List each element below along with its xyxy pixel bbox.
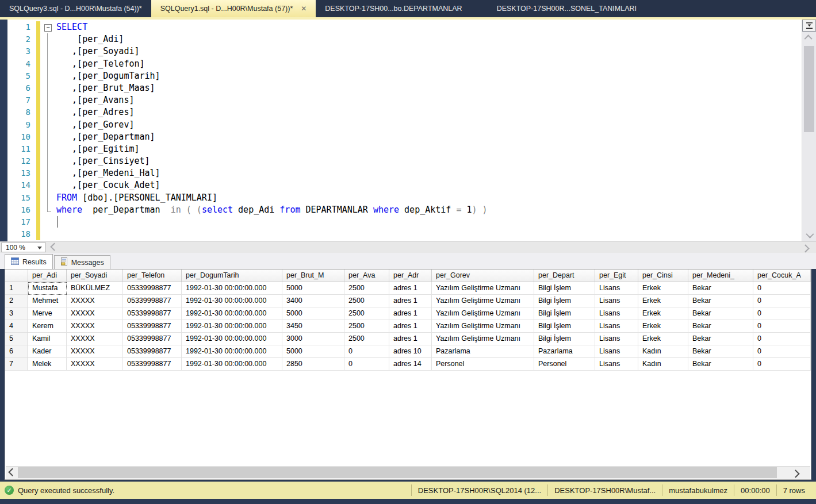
grid-cell[interactable]: Lisans bbox=[595, 333, 638, 345]
document-tab[interactable]: DESKTOP-17SH00R...SONEL_TANIMLARI bbox=[488, 0, 646, 17]
grid-cell[interactable]: 05339998877 bbox=[123, 358, 182, 371]
fold-margin[interactable] bbox=[40, 33, 56, 45]
code-line[interactable]: 11 ,[per_Egitim] bbox=[0, 143, 801, 155]
grid-cell[interactable]: 0 bbox=[753, 345, 811, 358]
grid-cell[interactable]: Yazılım Geliştirme Uzmanı bbox=[432, 320, 534, 333]
grid-cell[interactable]: adres 1 bbox=[389, 307, 432, 320]
code-text[interactable]: ,[per_Soyadi] bbox=[56, 45, 801, 57]
column-header[interactable]: per_Adr bbox=[389, 270, 432, 282]
line-number[interactable]: 6 bbox=[0, 82, 36, 94]
fold-margin[interactable] bbox=[40, 228, 56, 240]
column-header[interactable]: per_Cinsi bbox=[638, 270, 688, 282]
grid-cell[interactable]: Erkek bbox=[638, 307, 688, 320]
grid-cell[interactable]: adres 1 bbox=[389, 295, 432, 307]
grid-cell[interactable]: 0 bbox=[344, 358, 389, 371]
grid-cell[interactable]: Kamil bbox=[28, 333, 67, 345]
grid-cell[interactable]: adres 14 bbox=[389, 358, 432, 371]
line-number[interactable]: 9 bbox=[0, 119, 36, 131]
grid-cell[interactable]: 0 bbox=[344, 345, 389, 358]
grid-cell[interactable]: adres 1 bbox=[389, 333, 432, 345]
grid-cell[interactable]: 05339998877 bbox=[123, 282, 182, 295]
grid-cell[interactable]: Bilgi İşlem bbox=[534, 282, 595, 295]
fold-margin[interactable] bbox=[40, 70, 56, 82]
code-text[interactable]: ,[per_Avans] bbox=[56, 94, 801, 106]
grid-cell[interactable]: 05339998877 bbox=[123, 345, 182, 358]
code-line[interactable]: 15FROM [dbo].[PERSONEL_TANIMLARI] bbox=[0, 192, 801, 204]
code-line[interactable]: 3 ,[per_Soyadi] bbox=[0, 45, 801, 57]
line-number[interactable]: 4 bbox=[0, 58, 36, 70]
code-text[interactable]: where per_Departman in ( (select dep_Adi… bbox=[56, 204, 801, 216]
tab-results[interactable]: Results bbox=[5, 254, 53, 269]
code-text[interactable]: ,[per_Medeni_Hal] bbox=[56, 167, 801, 179]
code-line[interactable]: 6 ,[per_Brut_Maas] bbox=[0, 82, 801, 94]
zoom-dropdown[interactable]: 100 % bbox=[1, 243, 46, 252]
fold-margin[interactable] bbox=[40, 94, 56, 106]
code-text[interactable]: [per_Adi] bbox=[56, 33, 801, 45]
line-number[interactable]: 8 bbox=[0, 106, 36, 118]
code-text[interactable] bbox=[56, 228, 801, 240]
grid-cell[interactable]: Yazılım Geliştirme Uzmanı bbox=[432, 295, 534, 307]
grid-cell[interactable]: Bekar bbox=[688, 345, 753, 358]
row-header[interactable]: 4 bbox=[5, 320, 28, 333]
grid-cell[interactable]: 1992-01-30 00:00:00.000 bbox=[182, 333, 282, 345]
code-line[interactable]: 17 bbox=[0, 216, 801, 228]
line-number[interactable]: 11 bbox=[0, 143, 36, 155]
grid-cell[interactable]: 05339998877 bbox=[123, 295, 182, 307]
code-line[interactable]: 5 ,[per_DogumTarih] bbox=[0, 70, 801, 82]
code-line[interactable]: 14 ,[per_Cocuk_Adet] bbox=[0, 179, 801, 191]
grid-cell[interactable]: 5000 bbox=[282, 282, 344, 295]
line-number[interactable]: 12 bbox=[0, 155, 36, 167]
row-header[interactable]: 3 bbox=[5, 307, 28, 320]
grid-cell[interactable]: Bilgi İşlem bbox=[534, 320, 595, 333]
scroll-up-arrow[interactable] bbox=[802, 33, 816, 43]
grid-cell[interactable]: Lisans bbox=[595, 295, 638, 307]
grid-cell[interactable]: XXXXX bbox=[67, 333, 123, 345]
grid-cell[interactable]: Lisans bbox=[595, 358, 638, 371]
vscrollbar-thumb[interactable] bbox=[804, 46, 814, 132]
grid-cell[interactable]: Yazılım Geliştirme Uzmanı bbox=[432, 282, 534, 295]
document-tab[interactable]: SQLQuery1.sql - D...H00R\Mustafa (57))*✕ bbox=[151, 0, 316, 17]
grid-cell[interactable]: Pazarlama bbox=[534, 345, 595, 358]
code-text[interactable]: ,[per_Cinsiyet] bbox=[56, 155, 801, 167]
fold-margin[interactable] bbox=[40, 155, 56, 167]
grid-cell[interactable]: Pazarlama bbox=[432, 345, 534, 358]
row-header[interactable]: 2 bbox=[5, 295, 28, 307]
grid-cell[interactable]: Kadın bbox=[638, 345, 688, 358]
grid-cell[interactable]: Erkek bbox=[638, 320, 688, 333]
code-line[interactable]: 13 ,[per_Medeni_Hal] bbox=[0, 167, 801, 179]
grid-cell[interactable]: Bekar bbox=[688, 307, 753, 320]
line-number[interactable]: 2 bbox=[0, 33, 36, 45]
document-tab[interactable]: SQLQuery3.sql - D...H00R\Mustafa (54))* bbox=[0, 0, 151, 17]
grid-cell[interactable]: Bilgi İşlem bbox=[534, 295, 595, 307]
column-header[interactable]: per_Soyadi bbox=[67, 270, 123, 282]
code-text[interactable]: FROM [dbo].[PERSONEL_TANIMLARI] bbox=[56, 192, 801, 204]
grid-cell[interactable]: 3450 bbox=[282, 320, 344, 333]
grid-cell[interactable]: Erkek bbox=[638, 295, 688, 307]
grid-cell[interactable]: 1992-01-30 00:00:00.000 bbox=[182, 307, 282, 320]
code-line[interactable]: 7 ,[per_Avans] bbox=[0, 94, 801, 106]
code-text[interactable]: ,[per_Cocuk_Adet] bbox=[56, 179, 801, 191]
code-text[interactable]: ,[per_Adres] bbox=[56, 106, 801, 118]
grid-cell[interactable]: Yazılım Geliştirme Uzmanı bbox=[432, 307, 534, 320]
code-line[interactable]: 1−SELECT bbox=[0, 21, 801, 33]
grid-cell[interactable]: Bekar bbox=[688, 282, 753, 295]
fold-margin[interactable] bbox=[40, 143, 56, 155]
fold-margin[interactable] bbox=[40, 179, 56, 191]
code-line[interactable]: 8 ,[per_Adres] bbox=[0, 106, 801, 118]
grid-cell[interactable]: 3000 bbox=[282, 333, 344, 345]
column-header[interactable]: per_Gorev bbox=[432, 270, 534, 282]
line-number[interactable]: 1 bbox=[0, 21, 36, 33]
grid-cell[interactable]: 0 bbox=[753, 282, 811, 295]
grid-cell[interactable]: XXXXX bbox=[67, 307, 123, 320]
document-tab[interactable]: DESKTOP-17SH00...bo.DEPARTMANLAR bbox=[316, 0, 471, 17]
row-header[interactable]: 6 bbox=[5, 345, 28, 358]
grid-cell[interactable]: 3400 bbox=[282, 295, 344, 307]
code-text[interactable]: SELECT bbox=[56, 21, 801, 33]
grid-cell[interactable]: Bilgi İşlem bbox=[534, 307, 595, 320]
code-text[interactable]: ,[per_Brut_Maas] bbox=[56, 82, 801, 94]
grid-cell[interactable]: 0 bbox=[753, 320, 811, 333]
line-number[interactable]: 16 bbox=[0, 204, 36, 216]
row-header[interactable]: 1 bbox=[5, 282, 28, 295]
grid-cell[interactable]: 2500 bbox=[344, 282, 389, 295]
code-line[interactable]: 9 ,[per_Gorev] bbox=[0, 119, 801, 131]
